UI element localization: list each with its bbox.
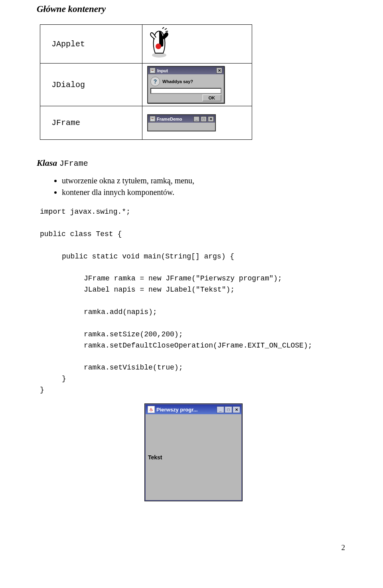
question-icon: ? <box>150 77 160 86</box>
subheading-label: Klasa <box>37 158 57 168</box>
page-number: 2 <box>342 543 345 552</box>
dialog-title: Input <box>157 68 168 73</box>
subheading-classname: JFrame <box>59 159 88 168</box>
maximize-icon[interactable]: □ <box>225 406 232 413</box>
container-name-cell: JApplet <box>40 25 142 64</box>
code-line: ramka.add(napis); <box>40 307 157 318</box>
program-titlebar: ♨ Pierwszy progr... _ □ ✕ <box>146 405 241 414</box>
code-line: ramka.setSize(200,200); <box>40 329 183 340</box>
dialog-prompt: Whaddya say? <box>162 79 193 84</box>
code-line: ramka.setVisible(true); <box>40 362 183 373</box>
table-row: JFrame ☕ FrameDemo _ □ ✕ <box>40 106 252 140</box>
code-line: } <box>40 386 44 394</box>
code-line: } <box>40 373 66 385</box>
section-heading: Główne kontenery <box>37 4 347 14</box>
container-illustration-cell: ☕ FrameDemo _ □ ✕ <box>142 106 252 140</box>
container-illustration-cell: ☕ Input ✕ ? Whaddya say? OK <box>142 64 252 106</box>
container-name-cell: JDialog <box>40 64 142 106</box>
svg-point-1 <box>156 44 161 49</box>
frame-title: FrameDemo <box>157 117 192 121</box>
program-client-area: Tekst <box>146 414 241 500</box>
maximize-icon[interactable]: □ <box>201 116 207 122</box>
ok-button[interactable]: OK <box>202 94 222 101</box>
program-window-title: Pierwszy progr... <box>156 407 215 413</box>
code-line: JLabel napis = new JLabel("Tekst"); <box>40 284 235 296</box>
dialog-titlebar: ☕ Input ✕ <box>148 67 224 74</box>
code-line: public class Test { <box>40 230 122 238</box>
container-illustration-cell <box>142 25 252 64</box>
code-line: import javax.swing.*; <box>40 208 130 216</box>
java-cup-icon: ☕ <box>150 68 156 74</box>
program-window-mock: ♨ Pierwszy progr... _ □ ✕ Tekst <box>145 404 242 501</box>
close-icon[interactable]: ✕ <box>208 116 214 122</box>
subheading: Klasa JFrame <box>37 158 347 168</box>
table-row: JDialog ☕ Input ✕ ? Whaddya say? <box>40 64 252 106</box>
duke-mascot-icon <box>147 27 171 59</box>
input-dialog-mock: ☕ Input ✕ ? Whaddya say? OK <box>147 66 225 103</box>
minimize-icon[interactable]: _ <box>217 406 224 413</box>
dialog-text-field[interactable] <box>150 88 221 94</box>
code-line: ramka.setDefaultCloseOperation(JFrame.EX… <box>40 340 312 352</box>
list-item: utworzenie okna z tytułem, ramką, menu, <box>62 175 347 186</box>
program-label: Tekst <box>148 454 162 461</box>
list-item: kontener dla innych komponentów. <box>62 187 347 198</box>
containers-table: JApplet JDialog <box>40 24 252 140</box>
table-row: JApplet <box>40 25 252 64</box>
feature-list: utworzenie okna z tytułem, ramką, menu, … <box>40 175 347 198</box>
frame-demo-mock: ☕ FrameDemo _ □ ✕ <box>147 114 216 131</box>
java-cup-icon: ☕ <box>150 116 156 122</box>
java-cup-icon: ♨ <box>148 406 155 413</box>
code-line: JFrame ramka = new JFrame("Pierwszy prog… <box>40 273 282 284</box>
container-name-cell: JFrame <box>40 106 142 140</box>
frame-client-area <box>148 123 215 131</box>
code-line: public static void main(String[] args) { <box>40 251 234 262</box>
close-icon[interactable]: ✕ <box>216 68 222 74</box>
minimize-icon[interactable]: _ <box>193 116 199 122</box>
code-block: import javax.swing.*; public class Test … <box>40 207 347 396</box>
frame-titlebar: ☕ FrameDemo _ □ ✕ <box>148 115 215 123</box>
close-icon[interactable]: ✕ <box>233 406 240 413</box>
